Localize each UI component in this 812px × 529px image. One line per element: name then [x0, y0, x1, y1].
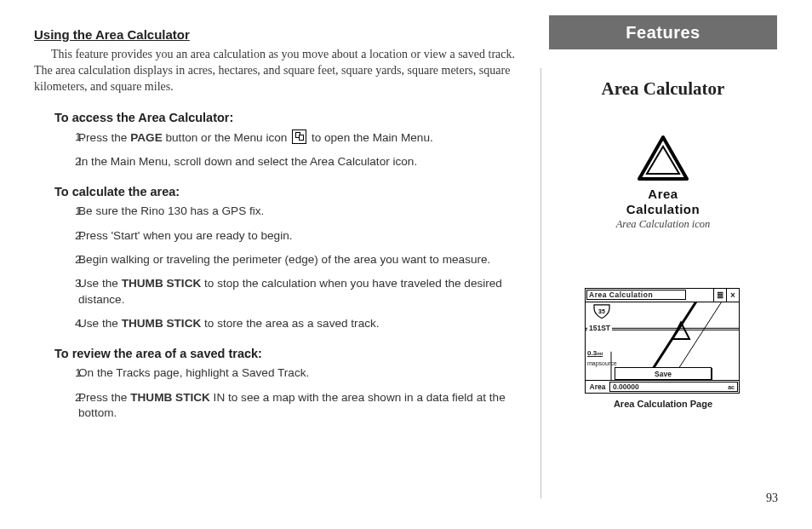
manual-page: Using the Area Calculator This feature p… [0, 0, 812, 529]
icon-label-line1: Area [549, 187, 777, 201]
screen-titlebar: Area Calculation ≣ × [586, 289, 739, 302]
icon-label-line2: Calculation [549, 203, 777, 216]
area-value: 0.00000 [613, 382, 639, 391]
step: 2.Press 'Start' when you are ready to be… [75, 225, 523, 249]
page-button-label: PAGE [130, 131, 163, 144]
area-field-label: Area [586, 381, 609, 393]
screen-title: Area Calculation [586, 290, 686, 300]
content-column: Using the Area Calculator This feature p… [34, 27, 523, 433]
svg-text:35: 35 [598, 308, 605, 314]
step: 2. In the Main Menu, scroll down and sel… [75, 151, 523, 175]
menu-icon [292, 129, 306, 144]
step: 1.On the Tracks page, highlight a Saved … [75, 362, 523, 386]
step-text: In the Main Menu, scroll down and select… [78, 155, 417, 168]
zoom-value: 0.3mi [587, 349, 603, 357]
step-text: On the Tracks page, highlight a Saved Tr… [78, 366, 309, 379]
svg-marker-0 [639, 137, 687, 179]
section-tab: Features [549, 15, 777, 49]
step: 2.Press the THUMB STICK IN to see a map … [75, 387, 523, 427]
step-text: to store the area as a saved track. [201, 317, 379, 330]
area-calc-icon-block: Area Calculation Area Calculation icon [549, 135, 777, 231]
step-number: 1. [75, 204, 94, 219]
steps-review: 1.On the Tracks page, highlight a Saved … [54, 362, 523, 426]
menu-button-icon: ≣ [713, 289, 726, 302]
feature-title: Area Calculator [549, 78, 777, 100]
thumb-stick-label: THUMB STICK [122, 277, 202, 290]
device-screen: Area Calculation ≣ × [585, 288, 740, 394]
step-number: 1. [75, 365, 94, 381]
save-button: Save [615, 367, 712, 380]
subhead-access: To access the Area Calculator: [54, 111, 523, 124]
step: 4.Use the THUMB STICK to store the area … [75, 313, 523, 336]
step-number: 1. [75, 129, 94, 145]
triangle-icon [636, 135, 690, 182]
step-text: to open the Main Menu. [308, 131, 433, 144]
step-text: Begin walking or traveling the perimeter… [78, 253, 490, 266]
step-text: button or the Menu icon [163, 131, 290, 144]
page-number: 93 [766, 492, 778, 505]
steps-access: 1. Press the PAGE button or the Menu ico… [54, 126, 523, 175]
step-number: 4. [75, 316, 94, 331]
step-number: 2. [75, 252, 94, 267]
close-button-icon: × [726, 289, 739, 302]
step-number: 2. [75, 154, 94, 170]
thumb-stick-label: THUMB STICK [122, 317, 202, 330]
step: 3.Use the THUMB STICK to stop the calcul… [75, 273, 523, 313]
thumb-stick-label: THUMB STICK [130, 391, 210, 404]
step-text: Be sure the Rino 130 has a GPS fix. [78, 204, 264, 217]
map-source-label: mapsource [587, 360, 617, 366]
area-unit: ac [728, 384, 735, 390]
step-text: Press 'Start' when you are ready to begi… [78, 229, 293, 242]
steps-calculate: 1.Be sure the Rino 130 has a GPS fix. 2.… [54, 200, 523, 336]
step: 1. Press the PAGE button or the Menu ico… [75, 126, 523, 151]
street-label: 151ST [587, 323, 612, 333]
area-field: 0.00000 ac [609, 382, 738, 392]
device-screenshot-block: Area Calculation ≣ × [585, 288, 741, 409]
section-title: Using the Area Calculator [34, 27, 523, 42]
step-number: 3. [75, 276, 94, 291]
icon-caption: Area Calculation icon [549, 218, 777, 231]
step: 1.Be sure the Rino 130 has a GPS fix. [75, 200, 523, 224]
step-number: 2. [75, 228, 94, 244]
column-divider [540, 68, 541, 498]
subhead-review: To review the area of a saved track: [54, 347, 523, 360]
step: 2.Begin walking or traveling the perimet… [75, 249, 523, 273]
subhead-calculate: To calculate the area: [54, 185, 523, 198]
intro-text: This feature provides you an area calcul… [34, 48, 515, 93]
titlebar-spacer [686, 289, 713, 302]
screen-caption: Area Calculation Page [585, 399, 741, 409]
intro-paragraph: This feature provides you an area calcul… [34, 47, 523, 95]
step-number: 2. [75, 390, 94, 405]
screen-bottom-bar: Area 0.00000 ac [586, 380, 739, 393]
